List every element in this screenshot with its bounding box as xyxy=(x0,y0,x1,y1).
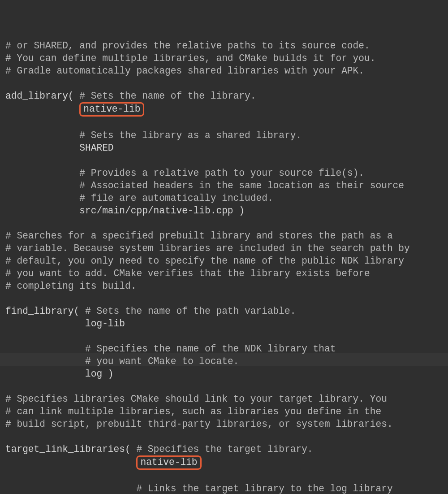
indent xyxy=(5,343,85,354)
indent xyxy=(5,356,85,367)
code-comment: # file are automatically included. xyxy=(79,193,273,204)
highlight-native-lib-link: native-lib xyxy=(136,455,201,470)
code-comment: # Sets the name of the path variable. xyxy=(85,306,296,316)
code-editor[interactable]: # or SHARED, and provides the relative p… xyxy=(0,0,448,494)
code-comment: # Provides a relative path to your sourc… xyxy=(79,168,364,178)
code-token: SHARED xyxy=(5,143,114,153)
indent xyxy=(5,193,79,204)
code-comment: # Specifies the name of the NDK library … xyxy=(85,343,336,354)
code-token: add_library( xyxy=(5,91,79,101)
indent xyxy=(5,104,79,114)
indent xyxy=(5,457,136,468)
code-comment: # Associated headers in the same locatio… xyxy=(79,180,404,191)
code-token: log ) xyxy=(5,368,114,379)
code-comment: # Specifies libraries CMake should link … xyxy=(5,394,387,404)
highlight-native-lib-add: native-lib xyxy=(79,102,144,117)
code-comment: # can link multiple libraries, such as l… xyxy=(5,406,381,417)
code-comment: # Specifies the target library. xyxy=(136,444,313,455)
code-comment: # variable. Because system libraries are… xyxy=(5,243,410,254)
code-comment: # you want to add. CMake verifies that t… xyxy=(5,268,370,279)
indent xyxy=(5,180,79,191)
code-comment: # Gradle automatically packages shared l… xyxy=(5,65,364,76)
code-text-layer: # or SHARED, and provides the relative p… xyxy=(5,39,448,494)
code-comment: # Links the target library to the log li… xyxy=(136,483,392,494)
code-comment: # completing its build. xyxy=(5,281,136,291)
code-comment: # You can define multiple libraries, and… xyxy=(5,53,375,64)
code-token: target_link_libraries( xyxy=(5,444,136,455)
code-comment: # Sets the name of the library. xyxy=(79,91,256,101)
code-token: log-lib xyxy=(5,318,125,329)
code-token: find_library( xyxy=(5,306,85,316)
indent xyxy=(5,483,136,494)
code-comment: # build script, prebuilt third-party lib… xyxy=(5,419,393,429)
code-comment: # you want CMake to locate. xyxy=(85,356,239,367)
code-comment: # Searches for a specified prebuilt libr… xyxy=(5,230,393,241)
indent xyxy=(5,130,79,141)
code-comment: # Sets the library as a shared library. xyxy=(79,130,302,141)
code-comment: # default, you only need to specify the … xyxy=(5,256,404,266)
code-comment: # or SHARED, and provides the relative p… xyxy=(5,40,370,51)
indent xyxy=(5,168,79,178)
code-token: src/main/cpp/native-lib.cpp ) xyxy=(5,205,245,216)
